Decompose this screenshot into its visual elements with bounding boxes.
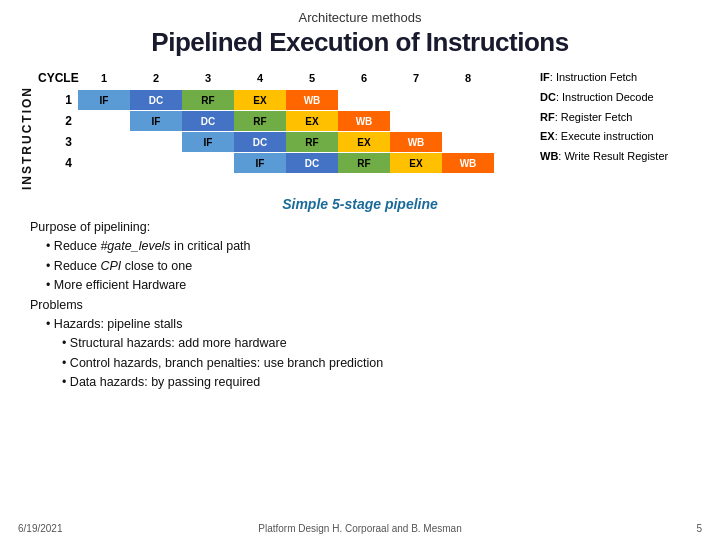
- empty-2-col7: [390, 111, 442, 131]
- stage-4-col7: EX: [390, 153, 442, 173]
- sub-bullet-1: • Structural hazards: add more hardware: [30, 334, 700, 353]
- pipeline-row-1: 1IFDCRFEXWB: [38, 90, 530, 110]
- cycle-number-3: 3: [182, 68, 234, 88]
- empty-4-col2: [130, 153, 182, 173]
- problems-heading: Problems: [30, 296, 700, 315]
- pipeline-row-3: 3IFDCRFEXWB: [38, 132, 530, 152]
- stage-2-col5: EX: [286, 111, 338, 131]
- cycle-number-4: 4: [234, 68, 286, 88]
- pipeline-rows: 1IFDCRFEXWB2IFDCRFEXWB3IFDCRFEXWB4IFDCRF…: [38, 90, 530, 173]
- legend-item-ex: EX: Execute instruction: [540, 127, 700, 147]
- instruction-axis-label: INSTRUCTION: [20, 88, 34, 188]
- bullet-1: • Reduce #gate_levels in critical path: [30, 237, 700, 256]
- problems-bullet-1: • Hazards: pipeline stalls: [30, 315, 700, 334]
- page: Architecture methods Pipelined Execution…: [0, 0, 720, 540]
- stage-1-col5: WB: [286, 90, 338, 110]
- stage-4-col5: DC: [286, 153, 338, 173]
- stage-2-col4: RF: [234, 111, 286, 131]
- stage-1-col4: EX: [234, 90, 286, 110]
- cycle-number-1: 1: [78, 68, 130, 88]
- legend-item-wb: WB: Write Result Register: [540, 147, 700, 167]
- stage-4-col6: RF: [338, 153, 390, 173]
- empty-1-col6: [338, 90, 390, 110]
- row-label-2: 2: [38, 114, 78, 128]
- stage-2-col6: WB: [338, 111, 390, 131]
- stage-3-col4: DC: [234, 132, 286, 152]
- empty-4-col3: [182, 153, 234, 173]
- stage-3-col7: WB: [390, 132, 442, 152]
- stage-1-col1: IF: [78, 90, 130, 110]
- footer-date: 6/19/2021: [18, 523, 63, 534]
- subtitle: Architecture methods: [20, 10, 700, 25]
- stage-3-col6: EX: [338, 132, 390, 152]
- cycle-number-7: 7: [390, 68, 442, 88]
- stage-3-col3: IF: [182, 132, 234, 152]
- stage-1-col3: RF: [182, 90, 234, 110]
- cycle-number-2: 2: [130, 68, 182, 88]
- legend-item-if: IF: Instruction Fetch: [540, 68, 700, 88]
- cycle-number-6: 6: [338, 68, 390, 88]
- purpose-heading: Purpose of pipelining:: [30, 218, 700, 237]
- stage-2-col3: DC: [182, 111, 234, 131]
- footer-page: 5: [696, 523, 702, 534]
- sub-bullet-3: • Data hazards: by passing required: [30, 373, 700, 392]
- row-label-3: 3: [38, 135, 78, 149]
- stage-1-col2: DC: [130, 90, 182, 110]
- empty-3-col2: [130, 132, 182, 152]
- pipeline-diagram: CYCLE 12345678 1IFDCRFEXWB2IFDCRFEXWB3IF…: [38, 68, 530, 173]
- stage-2-col2: IF: [130, 111, 182, 131]
- stage-3-col5: RF: [286, 132, 338, 152]
- content-section: Purpose of pipelining: • Reduce #gate_le…: [20, 218, 700, 392]
- empty-2-col8: [442, 111, 494, 131]
- empty-2-col1: [78, 111, 130, 131]
- bullet-3: • More efficient Hardware: [30, 276, 700, 295]
- cycle-number-8: 8: [442, 68, 494, 88]
- legend-item-dc: DC: Instruction Decode: [540, 88, 700, 108]
- cycle-header-row: CYCLE 12345678: [38, 68, 530, 88]
- stage-4-col8: WB: [442, 153, 494, 173]
- footer-center: Platform Design H. Corporaal and B. Mesm…: [258, 523, 461, 534]
- empty-1-col8: [442, 90, 494, 110]
- empty-1-col7: [390, 90, 442, 110]
- cycle-label: CYCLE: [38, 71, 78, 85]
- pipeline-row-4: 4IFDCRFEXWB: [38, 153, 530, 173]
- legend-panel: IF: Instruction FetchDC: Instruction Dec…: [540, 68, 700, 167]
- cycle-number-5: 5: [286, 68, 338, 88]
- empty-3-col8: [442, 132, 494, 152]
- bullet-2: • Reduce CPI close to one: [30, 257, 700, 276]
- pipeline-row-2: 2IFDCRFEXWB: [38, 111, 530, 131]
- empty-3-col1: [78, 132, 130, 152]
- legend-item-rf: RF: Register Fetch: [540, 108, 700, 128]
- title: Pipelined Execution of Instructions: [20, 27, 700, 58]
- cycle-numbers: 12345678: [78, 68, 494, 88]
- row-label-1: 1: [38, 93, 78, 107]
- stage-4-col4: IF: [234, 153, 286, 173]
- simple-pipeline-label: Simple 5-stage pipeline: [20, 196, 700, 212]
- sub-bullet-2: • Control hazards, branch penalties: use…: [30, 354, 700, 373]
- empty-4-col1: [78, 153, 130, 173]
- row-label-4: 4: [38, 156, 78, 170]
